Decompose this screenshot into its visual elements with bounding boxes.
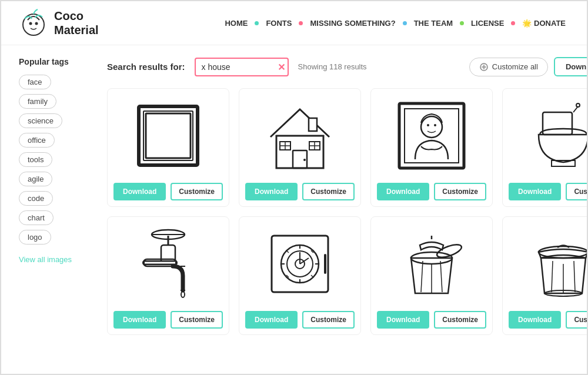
frame-image bbox=[127, 95, 209, 177]
view-all-link[interactable]: View all images bbox=[19, 255, 95, 264]
customize-btn-6[interactable]: Customize bbox=[302, 311, 355, 329]
nav-dot-5 bbox=[511, 21, 515, 25]
trash-open-image bbox=[390, 223, 473, 305]
svg-point-2 bbox=[35, 22, 38, 25]
download-btn-7[interactable]: Download bbox=[377, 311, 429, 329]
svg-point-19 bbox=[421, 116, 442, 138]
customize-btn-7[interactable]: Customize bbox=[434, 311, 486, 329]
tag-family[interactable]: family bbox=[19, 94, 56, 109]
customize-icon bbox=[479, 62, 489, 72]
customize-btn-3[interactable]: Customize bbox=[434, 183, 486, 200]
svg-point-21 bbox=[434, 124, 436, 126]
tag-logo[interactable]: logo bbox=[19, 230, 51, 245]
svg-rect-17 bbox=[399, 103, 464, 168]
toilet-image bbox=[522, 95, 588, 177]
svg-rect-22 bbox=[543, 112, 572, 135]
customize-btn-2[interactable]: Customize bbox=[302, 183, 355, 200]
nav-missing[interactable]: MISSING SOMETHING? bbox=[306, 19, 399, 28]
customize-btn-4[interactable]: Customize bbox=[566, 183, 588, 200]
nav-fonts[interactable]: FONTS bbox=[262, 19, 295, 28]
nav-license[interactable]: LICENSE bbox=[467, 19, 507, 28]
svg-rect-5 bbox=[146, 113, 191, 158]
card-portrait: Download Customize bbox=[370, 88, 493, 207]
image-grid: Download Customize bbox=[107, 88, 588, 335]
svg-line-54 bbox=[440, 261, 442, 292]
svg-point-20 bbox=[427, 124, 429, 126]
download-btn-5[interactable]: Download bbox=[113, 311, 166, 329]
nav-dot-4 bbox=[460, 21, 464, 25]
action-buttons: Customize all Download all bbox=[469, 57, 588, 76]
card-toilet: Download Customize bbox=[502, 88, 588, 207]
card-trash-open: Download Customize bbox=[370, 216, 493, 335]
tag-chart[interactable]: chart bbox=[19, 210, 54, 225]
svg-line-42 bbox=[286, 250, 289, 253]
card-trash: Download Customize bbox=[502, 216, 588, 335]
svg-rect-23 bbox=[552, 160, 575, 166]
svg-point-1 bbox=[29, 22, 32, 25]
search-bar: Search results for: ✕ Showing 118 result… bbox=[107, 57, 588, 76]
search-clear-icon[interactable]: ✕ bbox=[278, 61, 285, 72]
download-btn-6[interactable]: Download bbox=[245, 311, 298, 329]
nav-team[interactable]: THE TEAM bbox=[410, 19, 456, 28]
card-house: Download Customize bbox=[239, 88, 361, 207]
card-faucet: Download Customize bbox=[107, 216, 229, 335]
tag-face[interactable]: face bbox=[19, 75, 51, 89]
download-btn-8[interactable]: Download bbox=[509, 311, 561, 329]
svg-point-50 bbox=[436, 242, 463, 260]
tag-science[interactable]: science bbox=[19, 113, 62, 128]
nav-donate[interactable]: 🌟 DONATE bbox=[519, 19, 569, 28]
svg-rect-4 bbox=[139, 106, 198, 165]
download-btn-1[interactable]: Download bbox=[113, 183, 166, 200]
customize-btn-1[interactable]: Customize bbox=[171, 183, 223, 200]
logo-text: Coco Material bbox=[54, 9, 99, 37]
content-area: Search results for: ✕ Showing 118 result… bbox=[107, 57, 588, 335]
tag-office[interactable]: office bbox=[19, 133, 55, 148]
card-safe: Download Customize bbox=[239, 216, 361, 335]
nav-home[interactable]: HOME bbox=[221, 19, 251, 28]
svg-point-25 bbox=[576, 103, 580, 107]
svg-rect-6 bbox=[143, 111, 193, 160]
svg-line-56 bbox=[552, 261, 553, 292]
svg-line-43 bbox=[311, 275, 313, 277]
svg-line-58 bbox=[574, 261, 575, 292]
sidebar: Popular tags face family science office … bbox=[19, 57, 95, 335]
nav-dot-3 bbox=[403, 21, 407, 25]
customize-all-button[interactable]: Customize all bbox=[469, 58, 548, 76]
svg-line-52 bbox=[421, 261, 423, 292]
search-input[interactable] bbox=[195, 58, 289, 76]
download-btn-3[interactable]: Download bbox=[377, 183, 429, 200]
nav-dot-2 bbox=[299, 21, 303, 25]
svg-rect-16 bbox=[309, 118, 317, 131]
search-label: Search results for: bbox=[107, 62, 185, 72]
sidebar-title: Popular tags bbox=[19, 57, 95, 66]
tag-agile[interactable]: agile bbox=[19, 172, 52, 186]
house-image bbox=[259, 95, 341, 177]
download-btn-4[interactable]: Download bbox=[509, 183, 561, 200]
customize-btn-8[interactable]: Customize bbox=[566, 311, 588, 329]
tag-tools[interactable]: tools bbox=[19, 152, 52, 167]
svg-point-9 bbox=[303, 159, 306, 161]
download-btn-2[interactable]: Download bbox=[245, 183, 298, 200]
safe-image bbox=[259, 223, 341, 305]
card-frame: Download Customize bbox=[107, 88, 229, 207]
tag-code[interactable]: code bbox=[19, 191, 53, 206]
svg-point-55 bbox=[539, 246, 588, 258]
download-all-button[interactable]: Download all bbox=[554, 57, 588, 76]
nav-dot-1 bbox=[255, 21, 259, 25]
svg-rect-7 bbox=[276, 136, 323, 168]
search-input-wrap: ✕ bbox=[195, 58, 289, 76]
customize-btn-5[interactable]: Customize bbox=[171, 311, 223, 329]
logo[interactable]: Coco Material bbox=[19, 8, 99, 38]
logo-icon bbox=[19, 8, 48, 38]
result-count: Showing 118 results bbox=[298, 62, 367, 71]
faucet-image bbox=[127, 223, 209, 305]
portrait-image bbox=[390, 95, 473, 177]
svg-rect-29 bbox=[161, 245, 175, 263]
trash-image bbox=[522, 223, 588, 305]
main-nav: HOME FONTS MISSING SOMETHING? THE TEAM L… bbox=[221, 19, 569, 28]
